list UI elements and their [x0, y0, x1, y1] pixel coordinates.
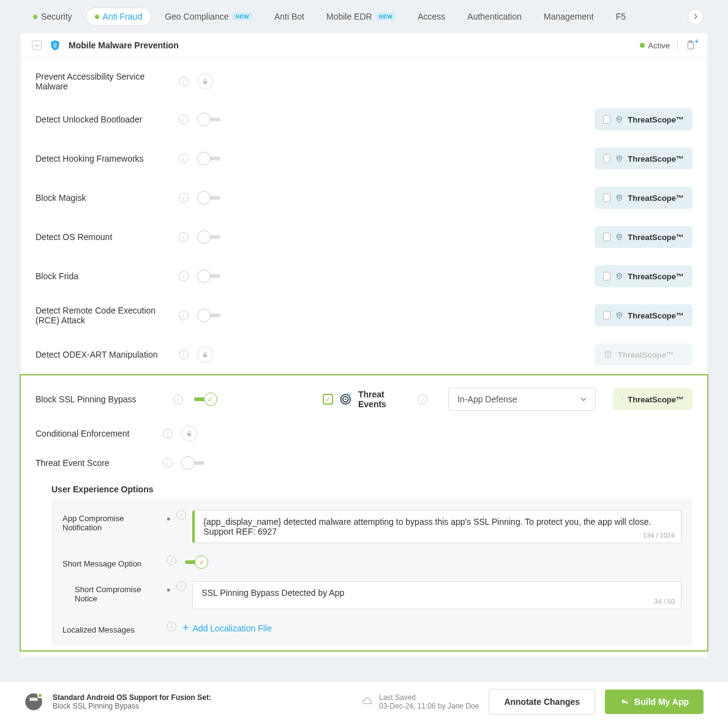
- tab-security[interactable]: Security: [24, 8, 81, 25]
- info-icon[interactable]: i: [173, 394, 183, 404]
- tab-label: Management: [544, 12, 594, 21]
- setting-toggle[interactable]: [197, 269, 223, 283]
- threat-events-group: ✓ Threat Events i: [323, 389, 427, 409]
- tab-anti-bot[interactable]: Anti Bot: [266, 8, 313, 25]
- info-icon[interactable]: i: [167, 555, 176, 565]
- char-counter: 34 / 50: [654, 598, 675, 605]
- tab-label: Authentication: [467, 12, 522, 21]
- add-localization-label: Add Localization File: [193, 623, 272, 633]
- checkbox[interactable]: [603, 311, 610, 320]
- svg-point-13: [345, 399, 347, 400]
- sub-setting-row: Threat Event Score i: [21, 449, 707, 477]
- collapse-button[interactable]: −: [32, 40, 42, 50]
- info-icon[interactable]: i: [163, 429, 173, 438]
- tab-management[interactable]: Management: [535, 8, 602, 25]
- threatscope-badge[interactable]: ThreatScope™: [595, 187, 692, 209]
- defense-select[interactable]: In-App Defense: [448, 388, 596, 411]
- textbox-content: SSL Pinning Bypass Detected by App: [201, 588, 344, 598]
- setting-toggle[interactable]: [197, 309, 223, 322]
- threatscope-badge[interactable]: ThreatScope™: [595, 304, 692, 326]
- tabs-next-button[interactable]: [688, 9, 704, 24]
- checkbox[interactable]: [603, 272, 610, 280]
- checkbox[interactable]: [603, 115, 610, 124]
- ux-label: Short Message Option: [62, 555, 160, 568]
- threatscope-badge[interactable]: ThreatScope™: [595, 265, 692, 287]
- plus-icon: +: [182, 622, 189, 634]
- checkbox[interactable]: [603, 154, 610, 163]
- setting-label: Detect Unlocked Bootloader: [36, 115, 170, 124]
- annotate-changes-button[interactable]: Annotate Changes: [489, 689, 595, 705]
- info-icon[interactable]: i: [179, 271, 189, 281]
- svg-rect-14: [187, 434, 191, 437]
- setting-toggle[interactable]: [182, 555, 208, 569]
- setting-toggle[interactable]: [192, 393, 216, 406]
- clipboard-button[interactable]: +: [685, 40, 696, 51]
- info-icon[interactable]: i: [179, 232, 189, 242]
- setting-row: Block SSL Pinning Bypass i ✓ Threat Even…: [21, 380, 707, 418]
- shield-check-icon: [615, 115, 623, 124]
- shield-check-icon: [615, 154, 623, 164]
- info-icon[interactable]: i: [179, 77, 189, 86]
- tab-label: Mobile EDR: [326, 12, 372, 21]
- new-badge: NEW: [232, 12, 252, 21]
- short-notice-textarea[interactable]: SSL Pinning Bypass Detected by App 34 / …: [192, 581, 681, 609]
- info-icon[interactable]: i: [179, 115, 189, 124]
- build-my-app-button[interactable]: Build My App: [605, 690, 704, 705]
- checkbox[interactable]: [603, 194, 610, 202]
- ux-row: App Compromise Notification • i {app_dis…: [51, 504, 692, 549]
- tab-f5[interactable]: F5: [607, 8, 634, 25]
- divider: [677, 40, 678, 51]
- footer-bar: Standard Android OS Support for Fusion S…: [0, 681, 728, 705]
- chevron-down-icon: [580, 396, 587, 402]
- tab-label: Geo Compliance: [165, 12, 228, 21]
- info-icon[interactable]: i: [418, 394, 427, 404]
- info-icon[interactable]: i: [167, 622, 176, 631]
- tab-access[interactable]: Access: [409, 8, 454, 25]
- tab-authentication[interactable]: Authentication: [459, 8, 530, 25]
- setting-toggle[interactable]: [181, 456, 207, 470]
- target-icon: [339, 393, 352, 406]
- info-icon[interactable]: i: [163, 458, 173, 468]
- info-icon[interactable]: i: [179, 154, 189, 164]
- tab-label: F5: [616, 12, 626, 21]
- button-label: Build My App: [634, 697, 689, 705]
- ux-options-header: User Experience Options: [21, 477, 707, 499]
- info-icon[interactable]: i: [179, 310, 189, 320]
- shield-check-icon: [603, 350, 613, 359]
- threatscope-badge[interactable]: ThreatScope™: [613, 388, 692, 410]
- setting-toggle[interactable]: [197, 230, 223, 244]
- setting-label: Detect Hooking Frameworks: [36, 154, 170, 164]
- threatscope-label: ThreatScope™: [628, 311, 684, 320]
- tab-geo-compliance[interactable]: Geo ComplianceNEW: [156, 8, 261, 25]
- info-icon[interactable]: i: [176, 510, 186, 520]
- setting-toggle[interactable]: [197, 191, 223, 205]
- tab-anti-fraud[interactable]: Anti Fraud: [86, 7, 152, 26]
- checkbox[interactable]: [603, 233, 610, 241]
- select-value: In-App Defense: [457, 394, 517, 404]
- setting-label: Block Frida: [36, 271, 170, 281]
- setting-row: Block Frida i ThreatScope™: [21, 257, 707, 296]
- info-icon[interactable]: i: [179, 350, 189, 359]
- fusion-set-info: Standard Android OS Support for Fusion S…: [53, 693, 211, 705]
- status-dot-icon: [37, 693, 43, 698]
- tab-mobile-edr[interactable]: Mobile EDRNEW: [318, 8, 404, 25]
- notification-textarea[interactable]: {app_display_name} detected malware atte…: [192, 510, 681, 543]
- threatscope-badge[interactable]: ThreatScope™: [595, 148, 692, 170]
- threatscope-badge[interactable]: ThreatScope™: [595, 108, 692, 130]
- lock-icon: [197, 347, 213, 363]
- setting-label: Block SSL Pinning Bypass: [36, 394, 165, 404]
- ux-options-box: App Compromise Notification • i {app_dis…: [51, 499, 692, 645]
- info-icon[interactable]: i: [176, 581, 186, 591]
- required-dot-icon: •: [167, 581, 170, 593]
- threatscope-label: ThreatScope™: [628, 233, 684, 242]
- setting-toggle[interactable]: [197, 113, 223, 126]
- add-localization-button[interactable]: + Add Localization File: [182, 622, 272, 634]
- threat-events-checkbox[interactable]: ✓: [323, 394, 333, 405]
- threatscope-badge[interactable]: ThreatScope™: [595, 226, 692, 248]
- setting-label: Detect Remote Code Execution (RCE) Attac…: [36, 306, 170, 325]
- new-badge: NEW: [376, 12, 396, 21]
- setting-toggle[interactable]: [197, 152, 223, 165]
- setting-label: Threat Event Score: [36, 458, 154, 468]
- threatscope-label: ThreatScope™: [628, 395, 684, 404]
- info-icon[interactable]: i: [179, 193, 189, 203]
